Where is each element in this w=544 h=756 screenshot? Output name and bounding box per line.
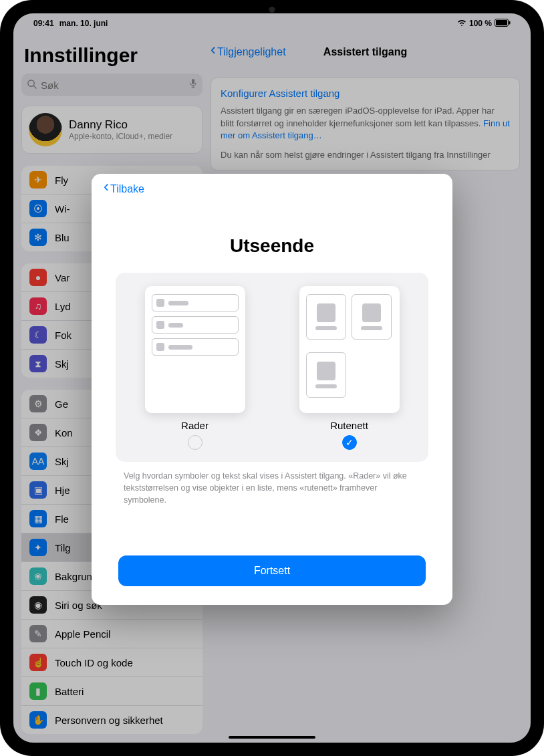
- radio-rows[interactable]: [188, 435, 202, 450]
- option-rows-label: Rader: [181, 420, 209, 431]
- home-indicator[interactable]: [229, 736, 315, 739]
- checkmark-icon: ✓: [346, 437, 354, 448]
- option-grid[interactable]: Rutenett ✓: [282, 286, 416, 450]
- modal-back-label: Tilbake: [110, 183, 144, 195]
- appearance-options: Rader Rutenett ✓: [116, 273, 428, 462]
- modal-title: Utseende: [104, 235, 440, 257]
- modal-back-button[interactable]: Tilbake: [104, 183, 440, 195]
- radio-grid[interactable]: ✓: [342, 435, 357, 450]
- appearance-modal: Tilbake Utseende Rader: [92, 174, 452, 605]
- front-camera: [269, 7, 275, 13]
- modal-help-text: Velg hvordan symboler og tekst skal vise…: [124, 470, 420, 506]
- preview-rows: [145, 286, 245, 413]
- continue-button[interactable]: Fortsett: [118, 555, 426, 586]
- chevron-left-icon: [104, 183, 109, 195]
- option-grid-label: Rutenett: [330, 420, 368, 431]
- option-rows[interactable]: Rader: [128, 286, 262, 450]
- preview-grid: [299, 286, 400, 413]
